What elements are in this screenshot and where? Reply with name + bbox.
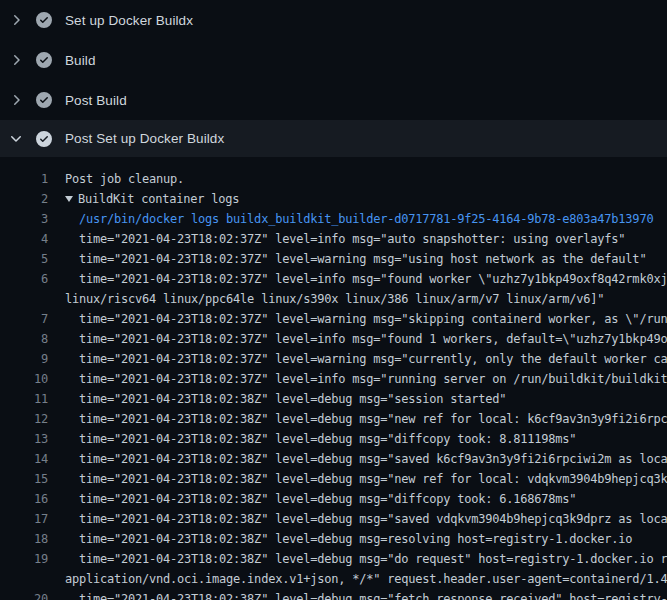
chevron-right-icon (8, 12, 24, 28)
log-line-4: 4 time="2021-04-23T18:02:37Z" level=info… (0, 229, 667, 249)
log-lines: 1Post job cleanup.2BuildKit container lo… (0, 157, 667, 600)
step-header-post-build[interactable]: Post Build (0, 80, 667, 120)
step-title: Post Set up Docker Buildx (65, 131, 224, 146)
check-circle-icon (36, 52, 52, 68)
log-text: linux/riscv64 linux/ppc64le linux/s390x … (65, 289, 604, 309)
log-line-10: 10 time="2021-04-23T18:02:37Z" level=inf… (0, 369, 667, 389)
log-line-17: 17 time="2021-04-23T18:02:38Z" level=deb… (0, 509, 667, 529)
line-number[interactable]: 14 (0, 449, 48, 469)
log-line-15: 15 time="2021-04-23T18:02:38Z" level=deb… (0, 469, 667, 489)
step-header-set-up-docker-buildx[interactable]: Set up Docker Buildx (0, 0, 667, 40)
log-text: time="2021-04-23T18:02:38Z" level=debug … (65, 429, 576, 449)
step-header-post-set-up-docker-buildx[interactable]: Post Set up Docker Buildx (0, 120, 667, 157)
log-line-12: 12 time="2021-04-23T18:02:38Z" level=deb… (0, 409, 667, 429)
line-number[interactable]: 7 (0, 309, 48, 329)
step-title: Build (65, 53, 96, 68)
line-number[interactable]: 13 (0, 429, 48, 449)
log-text: time="2021-04-23T18:02:37Z" level=info m… (65, 329, 667, 349)
log-line-wrap: linux/riscv64 linux/ppc64le linux/s390x … (0, 289, 667, 309)
check-circle-icon (36, 12, 52, 28)
log-text: time="2021-04-23T18:02:38Z" level=debug … (65, 389, 506, 409)
line-number[interactable]: 12 (0, 409, 48, 429)
line-number[interactable]: 1 (0, 169, 48, 189)
line-number[interactable]: 15 (0, 469, 48, 489)
line-number[interactable]: 8 (0, 329, 48, 349)
log-line-5: 5 time="2021-04-23T18:02:37Z" level=warn… (0, 249, 667, 269)
line-number[interactable]: 11 (0, 389, 48, 409)
log-line-19: 19 time="2021-04-23T18:02:38Z" level=deb… (0, 549, 667, 569)
log-text: time="2021-04-23T18:02:38Z" level=debug … (65, 469, 667, 489)
log-line-16: 16 time="2021-04-23T18:02:38Z" level=deb… (0, 489, 667, 509)
log-line-wrap: application/vnd.oci.image.index.v1+json,… (0, 569, 667, 589)
log-text: time="2021-04-23T18:02:37Z" level=warnin… (65, 249, 646, 269)
log-text: time="2021-04-23T18:02:38Z" level=debug … (65, 409, 667, 429)
log-text: time="2021-04-23T18:02:37Z" level=warnin… (65, 349, 667, 369)
log-text: time="2021-04-23T18:02:38Z" level=debug … (65, 489, 576, 509)
check-circle-icon (36, 131, 52, 147)
line-number[interactable]: 10 (0, 369, 48, 389)
log-line-11: 11 time="2021-04-23T18:02:38Z" level=deb… (0, 389, 667, 409)
log-text: time="2021-04-23T18:02:38Z" level=debug … (65, 529, 632, 549)
log-text: BuildKit container logs (65, 189, 239, 209)
line-number (0, 289, 48, 309)
group-title[interactable]: BuildKit container logs (78, 192, 239, 206)
log-text: time="2021-04-23T18:02:38Z" level=debug … (65, 589, 667, 600)
log-line-2: 2BuildKit container logs (0, 189, 667, 209)
chevron-down-icon (8, 131, 24, 147)
log-line-20: 20 time="2021-04-23T18:02:38Z" level=deb… (0, 589, 667, 600)
line-number[interactable]: 17 (0, 509, 48, 529)
log-line-3: 3 /usr/bin/docker logs buildx_buildkit_b… (0, 209, 667, 229)
log-command-text: /usr/bin/docker logs buildx_buildkit_bui… (65, 209, 653, 229)
log-text: time="2021-04-23T18:02:37Z" level=info m… (65, 369, 667, 389)
log-line-18: 18 time="2021-04-23T18:02:38Z" level=deb… (0, 529, 667, 549)
line-number[interactable]: 6 (0, 269, 48, 289)
step-title: Set up Docker Buildx (65, 13, 193, 28)
step-header-build[interactable]: Build (0, 40, 667, 80)
log-line-9: 9 time="2021-04-23T18:02:37Z" level=warn… (0, 349, 667, 369)
log-text: Post job cleanup. (65, 169, 184, 189)
log-text: time="2021-04-23T18:02:37Z" level=info m… (65, 229, 625, 249)
line-number[interactable]: 19 (0, 549, 48, 569)
line-number[interactable]: 5 (0, 249, 48, 269)
log-text: time="2021-04-23T18:02:38Z" level=debug … (65, 549, 667, 569)
chevron-right-icon (8, 92, 24, 108)
workflow-log-viewer: Set up Docker BuildxBuildPost BuildPost … (0, 0, 667, 600)
log-line-7: 7 time="2021-04-23T18:02:37Z" level=warn… (0, 309, 667, 329)
line-number[interactable]: 18 (0, 529, 48, 549)
log-text: application/vnd.oci.image.index.v1+json,… (65, 569, 667, 589)
log-text: time="2021-04-23T18:02:38Z" level=debug … (65, 509, 667, 529)
log-text: time="2021-04-23T18:02:37Z" level=warnin… (65, 309, 667, 329)
line-number[interactable]: 3 (0, 209, 48, 229)
log-line-8: 8 time="2021-04-23T18:02:37Z" level=info… (0, 329, 667, 349)
line-number[interactable]: 20 (0, 589, 48, 600)
line-number[interactable]: 2 (0, 189, 48, 209)
line-number[interactable]: 4 (0, 229, 48, 249)
log-line-1: 1Post job cleanup. (0, 169, 667, 189)
step-title: Post Build (65, 93, 127, 108)
chevron-right-icon (8, 52, 24, 68)
log-text: time="2021-04-23T18:02:37Z" level=info m… (65, 269, 667, 289)
log-line-6: 6 time="2021-04-23T18:02:37Z" level=info… (0, 269, 667, 289)
log-line-13: 13 time="2021-04-23T18:02:38Z" level=deb… (0, 429, 667, 449)
line-number[interactable]: 9 (0, 349, 48, 369)
line-number[interactable]: 16 (0, 489, 48, 509)
log-line-14: 14 time="2021-04-23T18:02:38Z" level=deb… (0, 449, 667, 469)
line-number (0, 569, 48, 589)
check-circle-icon (36, 92, 52, 108)
log-text: time="2021-04-23T18:02:38Z" level=debug … (65, 449, 667, 469)
group-collapse-caret-icon[interactable] (65, 196, 73, 202)
